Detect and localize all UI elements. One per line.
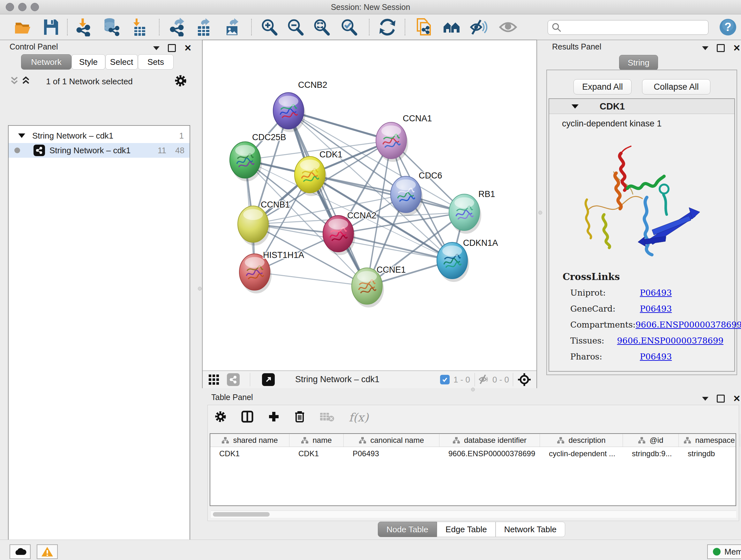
- node-HIST1H1A[interactable]: HIST1H1A: [239, 250, 304, 294]
- column-header-name[interactable]: name: [289, 434, 344, 447]
- node-CDC6[interactable]: CDC6: [391, 171, 442, 216]
- node-table[interactable]: shared namenamecanonical namedatabase id…: [210, 433, 736, 506]
- table-cell[interactable]: cyclin-dependent ...: [540, 447, 623, 460]
- open-in-string-button[interactable]: [262, 373, 275, 386]
- application-window: Session: New Session: [0, 0, 741, 560]
- panel-float-icon[interactable]: [717, 395, 725, 402]
- results-panel-title: Results Panel: [552, 42, 601, 51]
- create-column-button[interactable]: [268, 411, 280, 424]
- left-splitter-handle[interactable]: [198, 287, 202, 291]
- crosslink-value-link[interactable]: P06493: [640, 304, 672, 314]
- table-tabs: Node TableEdge TableNetwork Table: [378, 522, 565, 537]
- zoom-in-button[interactable]: [259, 17, 279, 37]
- import-network-file-button[interactable]: [73, 17, 93, 37]
- panel-close-icon[interactable]: ✕: [733, 45, 740, 51]
- table-cell[interactable]: 9606.ENSP00000378699: [440, 447, 540, 460]
- panel-menu-icon[interactable]: [702, 397, 709, 401]
- tab-sets[interactable]: Sets: [138, 54, 174, 70]
- zoom-out-button[interactable]: [285, 17, 306, 37]
- open-session-button[interactable]: [12, 17, 33, 37]
- crosslink-row: Compartments:9606.ENSP00000378699: [570, 320, 724, 329]
- tab-style[interactable]: Style: [71, 54, 105, 70]
- column-header-sharedname[interactable]: shared name: [210, 434, 289, 447]
- scrollbar-thumb[interactable]: [213, 512, 270, 516]
- panel-float-icon[interactable]: [717, 44, 725, 52]
- node-CDC25B[interactable]: CDC25B: [230, 132, 286, 181]
- node-CCNA1[interactable]: CCNA1: [376, 114, 432, 162]
- network-list-options-button[interactable]: [174, 74, 187, 89]
- node-RB1[interactable]: RB1: [449, 189, 495, 234]
- column-header-description[interactable]: description: [540, 434, 623, 447]
- panel-close-icon[interactable]: ✕: [184, 45, 192, 51]
- memory-button[interactable]: Memory: [707, 544, 741, 559]
- fit-content-button[interactable]: [517, 373, 531, 388]
- cloud-status-button[interactable]: [10, 544, 30, 559]
- crosslink-value-link[interactable]: 9606.ENSP00000378699: [636, 320, 741, 329]
- tab-node-table[interactable]: Node Table: [378, 522, 437, 537]
- table-cell[interactable]: CDK1: [289, 447, 344, 460]
- refresh-button[interactable]: [377, 17, 398, 37]
- column-header-namespace[interactable]: namespace: [679, 434, 740, 447]
- crosslink-value-link[interactable]: P06493: [640, 352, 672, 361]
- table-cell[interactable]: stringdb: [679, 447, 740, 460]
- import-table-file-button[interactable]: [129, 17, 150, 37]
- selected-checkbox[interactable]: [440, 375, 450, 384]
- crosslink-value-link[interactable]: P06493: [640, 288, 672, 298]
- table-cell[interactable]: CDK1: [210, 447, 289, 460]
- crosslink-value-link[interactable]: 9606.ENSP00000378699: [617, 336, 724, 346]
- network-collection-row[interactable]: String Network – cdk1 1: [9, 128, 190, 143]
- save-session-button[interactable]: [41, 17, 61, 37]
- delete-column-button[interactable]: [294, 410, 306, 424]
- search-input[interactable]: [561, 21, 708, 34]
- show-all-networks-button[interactable]: [441, 17, 462, 37]
- table-toolbar: f(x): [214, 408, 368, 426]
- network-canvas[interactable]: CCNB2CCNA1CDC25BCDK1CDC6RB1CCNB1CCNA2HIS…: [203, 40, 536, 370]
- network-row[interactable]: String Network – cdk1 11 48: [9, 143, 190, 158]
- right-splitter-handle[interactable]: [538, 211, 542, 214]
- table-cell[interactable]: P06493: [344, 447, 440, 460]
- collapse-all-button[interactable]: Collapse All: [642, 79, 711, 95]
- protein-structure-image: [568, 134, 705, 262]
- zoom-fit-button[interactable]: [311, 17, 332, 37]
- column-header-databaseidentifier[interactable]: database identifier: [440, 434, 540, 447]
- expand-all-button[interactable]: Expand All: [574, 79, 631, 95]
- hierarchy-icon: [221, 436, 229, 444]
- clone-network-button[interactable]: [414, 17, 434, 37]
- table-cell[interactable]: stringdb:9...: [623, 447, 679, 460]
- column-header-id[interactable]: @id: [623, 434, 679, 447]
- hide-selected-button[interactable]: [469, 17, 489, 37]
- panel-menu-icon[interactable]: [702, 46, 709, 50]
- panel-menu-icon[interactable]: [153, 46, 159, 50]
- show-column-button[interactable]: [241, 410, 254, 424]
- string-view-badge[interactable]: [227, 373, 240, 386]
- gene-section-header[interactable]: CDK1: [549, 99, 734, 114]
- zoom-selected-button[interactable]: [339, 17, 359, 37]
- node-CDKN1A[interactable]: CDKN1A: [437, 238, 498, 282]
- column-header-canonicalname[interactable]: canonical name: [344, 434, 440, 447]
- show-hidden-button[interactable]: [498, 17, 518, 37]
- section-collapse-arrow-icon[interactable]: [571, 105, 579, 109]
- tab-string[interactable]: String: [619, 55, 658, 70]
- panel-close-icon[interactable]: ✕: [733, 395, 740, 401]
- import-network-database-button[interactable]: [100, 17, 121, 37]
- export-image-button[interactable]: [222, 17, 243, 37]
- birds-eye-grid-button[interactable]: [208, 374, 220, 387]
- export-network-button[interactable]: [167, 17, 188, 37]
- warnings-button[interactable]: [37, 544, 58, 559]
- network-view: CCNB2CCNA1CDC25BCDK1CDC6RB1CCNB1CCNA2HIS…: [202, 40, 537, 388]
- tab-network-table[interactable]: Network Table: [495, 522, 565, 537]
- export-table-button[interactable]: [193, 17, 214, 37]
- node-CCNB2[interactable]: CCNB2: [273, 80, 327, 132]
- tab-edge-table[interactable]: Edge Table: [437, 522, 495, 537]
- node-CCNA2[interactable]: CCNA2: [323, 211, 377, 255]
- tab-network[interactable]: Network: [21, 54, 71, 70]
- panel-float-icon[interactable]: [168, 44, 176, 52]
- tab-select[interactable]: Select: [105, 54, 138, 70]
- help-button[interactable]: ?: [718, 17, 738, 37]
- table-options-button[interactable]: [214, 410, 227, 424]
- node-CCNE1[interactable]: CCNE1: [352, 265, 406, 307]
- edge-CCNA2-CDKN1A[interactable]: [338, 234, 452, 260]
- table-horizontal-scrollbar[interactable]: [211, 510, 736, 518]
- collection-expand-arrow-icon[interactable]: [18, 133, 25, 138]
- table-row[interactable]: CDK1CDK1P064939606.ENSP00000378699cyclin…: [210, 447, 736, 460]
